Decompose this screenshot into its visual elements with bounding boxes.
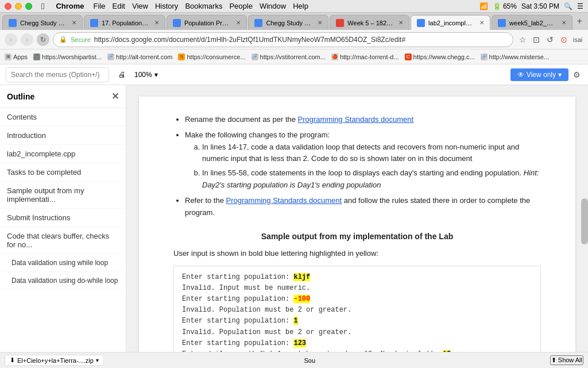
sidebar-item-while-loop[interactable]: Data validation using while loop [0,254,126,272]
upload-icon: ⬆ [551,356,556,363]
code-line-5: Enter starting population: 1 [182,316,532,327]
chevron-down-icon: ▾ [558,71,562,79]
menu-help[interactable]: Help [293,2,308,10]
menu-window[interactable]: Window [260,2,286,10]
back-button[interactable]: ‹ [5,33,17,46]
tab-lab2-incomplete[interactable]: lab2_incomplete..... ✕ [411,15,490,30]
download-chevron-icon[interactable]: ▾ [96,357,99,363]
new-tab-button[interactable]: + [574,16,586,26]
bullet-refer: Refer to the Programming Standards docum… [185,195,541,219]
clock: Sat 3:50 PM [521,2,559,10]
scrollbar-thumb[interactable] [581,198,588,244]
tab-close-chegg1[interactable]: ✕ [72,20,76,26]
input-1: 1 [293,317,297,325]
bookmark-mister-label: http://www.misterse... [489,53,550,60]
bookmark-worship[interactable]: 🎵 https://worshipartist... [33,53,102,60]
tab-close-chegg2[interactable]: ✕ [318,20,322,26]
tab-week5-spec[interactable]: week5_lab2_spec... ✕ [492,15,572,30]
show-all-button[interactable]: ⬆ Show All [550,355,583,365]
menu-file[interactable]: File [94,2,106,10]
tab-chegg-1[interactable]: Chegg Study | Gu... ✕ [2,15,83,30]
doc-subtitle: User input is shown in bold blue letteri… [173,248,541,260]
input-neg100: -100 [293,295,310,303]
code-line-7: Enter starting population: 123 [182,338,532,349]
refresh-button[interactable]: ↻ [37,33,49,46]
sub-bullet-lines-14: In lines 14-17, code a data validation l… [202,141,541,166]
settings-icon[interactable]: ⚙ [571,69,582,80]
main-bullet-list: Rename the document as per the Programmi… [185,114,541,218]
bookmark-chegg[interactable]: C https://www.chegg.c... [405,53,475,60]
maximize-window-button[interactable] [25,3,32,10]
tab-chegg-2[interactable]: Chegg Study | Gu... ✕ [248,15,328,30]
chegg-favicon: C [405,53,412,60]
search-menus-input[interactable] [6,67,109,82]
tab-week5[interactable]: Week 5 – 182CIS... ✕ [330,15,409,30]
control-center-icon[interactable]: ☰ [577,2,583,10]
link-prog-standards-2[interactable]: Programming Standards document [226,196,342,205]
sidebar-item-lab2-incomplete[interactable]: lab2_incomplete.cpp [0,145,126,163]
doc-area[interactable]: Rename the document as per the Programmi… [126,85,588,368]
zoom-level: 100% [134,71,152,79]
eye-icon: 👁 [517,71,524,79]
bookmark-star-icon[interactable]: ☆ [517,34,528,45]
bookmark-apps-label: Apps [13,53,28,60]
menu-bar:  Chrome File Edit View History Bookmark… [0,0,588,13]
bookmark-mister[interactable]: 🔗 http://www.misterse... [481,53,550,60]
close-window-button[interactable] [5,3,11,10]
search-icon[interactable]: 🔍 [564,2,572,10]
bottom-bar: ⬇ El+Cielo+y+la+Tierra-....zip ▾ Sou ⬆ S… [0,352,588,368]
sub-bullet-list: In lines 14-17, code a data validation l… [202,141,541,191]
torrent-favicon: 🔗 [107,53,114,60]
code-line-2: Invalid. Input must be numeric. [182,283,532,294]
bookmark-vst[interactable]: 🔗 https://vstitorrent.com... [252,53,326,60]
print-button[interactable]: 🖨 [115,68,129,82]
bookmarks-bar: ⊞ Apps 🎵 https://worshipartist... 🔗 http… [0,49,588,64]
cast-icon[interactable]: ⊡ [531,34,542,45]
link-prog-standards-1[interactable]: Programming Standards document [298,115,414,124]
reload-icon[interactable]: ↺ [544,34,556,45]
consumer-favicon: S [178,53,185,60]
sidebar-item-do-while-loop[interactable]: Data validation using do-while loop [0,272,126,290]
tab-close-lab2[interactable]: ✕ [479,20,484,26]
minimize-window-button[interactable] [15,3,22,10]
tab-label-pop: 17. Population Wri... [102,20,149,26]
sidebar-item-sample-output[interactable]: Sample output from my implementati... [0,182,126,209]
address-field[interactable]: 🔒 Secure https://docs.google.com/documen… [53,32,513,47]
sub-bullet-lines-55: In lines 55-58, code statements in the l… [202,167,541,191]
traffic-lights[interactable] [5,3,32,10]
tab-close-pop[interactable]: ✕ [154,20,159,26]
menu-edit[interactable]: Edit [113,2,125,10]
apple-menu[interactable]:  [41,1,44,11]
sidebar-item-introduction[interactable]: Introduction [0,126,126,145]
tab-close-spec[interactable]: ✕ [562,20,566,26]
tab-population-wri[interactable]: 17. Population Wri... ✕ [84,15,165,30]
forward-button[interactable]: › [21,33,33,46]
tab-population-prog[interactable]: Population Progra... ✕ [167,15,247,30]
bookmark-consumer[interactable]: S https://consumerce... [178,53,245,60]
firefox-icon[interactable]: ⊙ [558,34,570,45]
sidebar-item-code-clears[interactable]: Code that clears buffer, checks for no..… [0,227,126,254]
bookmark-torrent-label: http://alt-torrent.com [116,53,172,60]
sidebar-item-submit[interactable]: Submit Instructions [0,209,126,227]
bookmark-mac-torrent[interactable]: 🍎 http://mac-torrent-d... [331,53,399,60]
menu-history[interactable]: History [155,2,178,10]
vst-favicon: 🔗 [252,53,258,60]
scrollbar-track[interactable] [581,85,588,368]
menu-people[interactable]: People [229,2,252,10]
sidebar-item-contents[interactable]: Contents [0,108,126,126]
sidebar-close-button[interactable]: ✕ [111,91,119,102]
apps-favicon: ⊞ [5,53,11,60]
zoom-dropdown-icon[interactable]: ▾ [154,71,158,79]
code-line-6: Invalid. Population must be 2 or greater… [182,327,532,338]
view-only-button[interactable]: 👁 View only ▾ [510,68,568,81]
bookmark-apps[interactable]: ⊞ Apps [5,53,28,60]
bullet-rename: Rename the document as per the Programmi… [185,114,541,126]
menu-bookmarks[interactable]: Bookmarks [185,2,222,10]
download-item[interactable]: ⬇ El+Cielo+y+la+Tierra-....zip ▾ [5,355,104,366]
sidebar-item-tasks[interactable]: Tasks to be completed [0,163,126,182]
tab-close-prog[interactable]: ✕ [236,20,241,26]
bookmark-torrent[interactable]: 🔗 http://alt-torrent.com [107,53,172,60]
tab-close-week5[interactable]: ✕ [399,20,403,26]
menu-view[interactable]: View [132,2,148,10]
sidebar-header: Outline ✕ [0,85,126,108]
